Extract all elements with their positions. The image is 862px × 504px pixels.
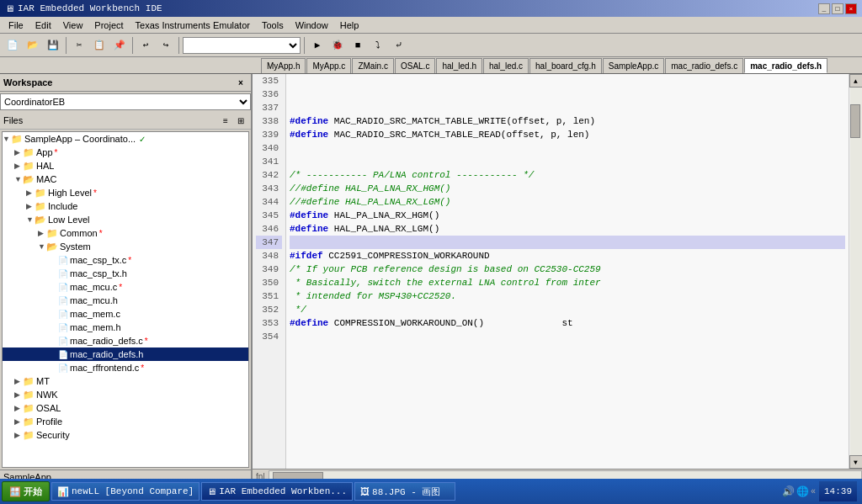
tree-file-mac_csp_tx_h[interactable]: 📄mac_csp_tx.h — [3, 267, 248, 280]
tab-ZMain-c[interactable]: ZMain.c — [352, 58, 394, 73]
folder-toggle[interactable]: ▼ — [38, 242, 46, 251]
code-line-341[interactable] — [290, 155, 845, 168]
scroll-up-button[interactable]: ▲ — [849, 74, 863, 88]
tree-folder-HAL[interactable]: ▶📁HAL — [3, 159, 248, 172]
folder-toggle[interactable]: ▶ — [14, 148, 23, 157]
tree-folder-Low_Level[interactable]: ▼📂Low Level — [3, 213, 248, 226]
editor-scrollbar[interactable]: ▲ ▼ — [849, 74, 862, 469]
folder-toggle[interactable]: ▶ — [26, 202, 35, 210]
target-dropdown[interactable] — [183, 37, 301, 54]
code-area[interactable]: #define MAC_RADIO_SRC_MATCH_TABLE_WRITE(… — [286, 74, 849, 469]
tree-folder-MAC[interactable]: ▼📂MAC — [3, 172, 248, 186]
open-button[interactable]: 📂 — [24, 36, 42, 55]
code-line-346[interactable]: #define HAL_PA_LNA_RX_LGM() — [290, 222, 845, 236]
tab-hal-led-h[interactable]: hal_led.h — [436, 58, 482, 73]
folder-toggle[interactable]: ▶ — [14, 390, 23, 399]
code-line-353[interactable]: #define COMPRESSION_WORKAROUND_ON() st — [290, 316, 845, 330]
menu-edit[interactable]: Edit — [30, 19, 56, 31]
code-line-345[interactable]: #define HAL_PA_LNA_RX_HGM() — [290, 209, 845, 222]
code-line-354[interactable] — [290, 330, 845, 343]
step-into-button[interactable]: ⤶ — [389, 36, 407, 55]
tab-OSAL-c[interactable]: OSAL.c — [395, 58, 435, 73]
tree-folder-App[interactable]: ▶📁App* — [3, 146, 248, 159]
tab-hal-led-c[interactable]: hal_led.c — [483, 58, 529, 73]
close-button[interactable]: × — [845, 3, 857, 14]
tree-folder-High_Level[interactable]: ▶📁High Level* — [3, 186, 248, 199]
code-line-351[interactable]: * intended for MSP430+CC2520. — [290, 289, 845, 303]
build-button[interactable]: ▶ — [308, 36, 327, 55]
code-line-350[interactable]: * Basically, switch the external LNA con… — [290, 276, 845, 289]
start-button[interactable]: 🪟 开始 — [2, 481, 50, 499]
tree-folder-MT[interactable]: ▶📁MT — [3, 374, 248, 388]
tree-folder-Security[interactable]: ▶📁Security — [3, 428, 248, 442]
menu-help[interactable]: Help — [335, 19, 364, 31]
code-line-339[interactable]: #define MAC_RADIO_SRC_MATCH_TABLE_READ(o… — [290, 128, 845, 141]
taskbar-item-2[interactable]: 🖼 88.JPG - 画图 — [354, 482, 455, 499]
workspace-close[interactable]: × — [234, 76, 247, 89]
tree-folder-System[interactable]: ▼📂System — [3, 240, 248, 253]
tab-hal-board-cfg-h[interactable]: hal_board_cfg.h — [529, 58, 602, 73]
menu-project[interactable]: Project — [89, 19, 128, 31]
tree-root[interactable]: ▼📁SampleApp – Coordinato...✓ — [3, 132, 248, 146]
window-controls[interactable]: _ □ × — [818, 3, 857, 14]
folder-toggle[interactable]: ▶ — [14, 162, 23, 170]
folder-toggle[interactable]: ▶ — [14, 377, 23, 385]
code-line-342[interactable]: /* ----------- PA/LNA control ----------… — [290, 168, 845, 182]
code-line-352[interactable]: */ — [290, 303, 845, 316]
files-btn-1[interactable]: ≡ — [219, 114, 232, 127]
tree-view[interactable]: ▼📁SampleApp – Coordinato...✓▶📁App*▶📁HAL▼… — [2, 131, 249, 468]
notify-expand[interactable]: « — [811, 487, 816, 496]
code-line-336[interactable] — [290, 88, 845, 101]
menu-window[interactable]: Window — [290, 19, 333, 31]
cut-button[interactable]: ✂ — [70, 36, 88, 55]
paste-button[interactable]: 📌 — [110, 36, 129, 55]
tab-MyApp-c[interactable]: MyApp.c — [306, 58, 351, 73]
step-over-button[interactable]: ⤵ — [369, 36, 387, 55]
undo-button[interactable]: ↩ — [136, 36, 155, 55]
code-line-338[interactable]: #define MAC_RADIO_SRC_MATCH_TABLE_WRITE(… — [290, 114, 845, 128]
tree-file-mac_radio_defs_h[interactable]: 📄mac_radio_defs.h — [3, 347, 248, 361]
folder-toggle[interactable]: ▼ — [14, 175, 23, 183]
files-btn-2[interactable]: ⊞ — [234, 114, 247, 127]
code-line-349[interactable]: /* If your PCB reference design is based… — [290, 263, 845, 276]
taskbar-item-0[interactable]: 📊 newLL [Beyond Compare] — [51, 482, 200, 499]
code-line-335[interactable] — [290, 74, 845, 88]
tab-mac-radio-defs-c[interactable]: mac_radio_defs.c — [665, 58, 743, 73]
code-line-347[interactable] — [290, 236, 845, 249]
taskbar-item-1[interactable]: 🖥 IAR Embedded Workben... — [201, 482, 353, 499]
scrollbar-thumb[interactable] — [850, 104, 860, 138]
tree-file-mac_csp_tx_c[interactable]: 📄mac_csp_tx.c* — [3, 253, 248, 267]
tree-file-mac_radio_defs_c[interactable]: 📄mac_radio_defs.c* — [3, 334, 248, 347]
tree-file-mac_mem_h[interactable]: 📄mac_mem.h — [3, 321, 248, 334]
tree-folder-Profile[interactable]: ▶📁Profile — [3, 415, 248, 428]
tree-file-mac_mem_c[interactable]: 📄mac_mem.c — [3, 307, 248, 321]
code-line-337[interactable] — [290, 101, 845, 114]
folder-toggle[interactable]: ▶ — [38, 229, 46, 237]
folder-toggle[interactable]: ▼ — [26, 215, 35, 224]
tree-folder-Common[interactable]: ▶📁Common* — [3, 226, 248, 240]
tree-folder-Include[interactable]: ▶📁Include — [3, 199, 248, 213]
debug-button[interactable]: 🐞 — [328, 36, 347, 55]
menu-view[interactable]: View — [58, 19, 88, 31]
code-line-343[interactable]: //#define HAL_PA_LNA_RX_HGM() — [290, 182, 845, 195]
save-button[interactable]: 💾 — [44, 36, 62, 55]
tab-SampleApp-c[interactable]: SampleApp.c — [603, 58, 664, 73]
workspace-dropdown[interactable]: CoordinatorEB — [0, 93, 251, 110]
redo-button[interactable]: ↪ — [157, 36, 175, 55]
tree-folder-NWK[interactable]: ▶📁NWK — [3, 388, 248, 401]
code-line-344[interactable]: //#define HAL_PA_LNA_RX_LGM() — [290, 195, 845, 209]
scroll-down-button[interactable]: ▼ — [849, 455, 863, 469]
tree-file-mac_mcu_h[interactable]: 📄mac_mcu.h — [3, 294, 248, 307]
code-line-348[interactable]: #ifdef CC2591_COMPRESSION_WORKAROUND — [290, 249, 845, 263]
menu-file[interactable]: File — [3, 19, 29, 31]
folder-toggle[interactable]: ▶ — [14, 417, 23, 426]
menu-ti-emulator[interactable]: Texas Instruments Emulator — [130, 19, 255, 31]
tab-mac-radio-defs-h[interactable]: mac_radio_defs.h — [744, 58, 827, 73]
tab-MyApp-h[interactable]: MyApp.h — [261, 58, 306, 73]
folder-toggle[interactable]: ▶ — [14, 404, 23, 412]
menu-tools[interactable]: Tools — [257, 19, 289, 31]
tree-file-mac_mcu_c[interactable]: 📄mac_mcu.c* — [3, 280, 248, 294]
tree-folder-OSAL[interactable]: ▶📁OSAL — [3, 401, 248, 415]
scrollbar-track[interactable] — [850, 88, 862, 455]
folder-toggle[interactable]: ▶ — [14, 431, 23, 439]
